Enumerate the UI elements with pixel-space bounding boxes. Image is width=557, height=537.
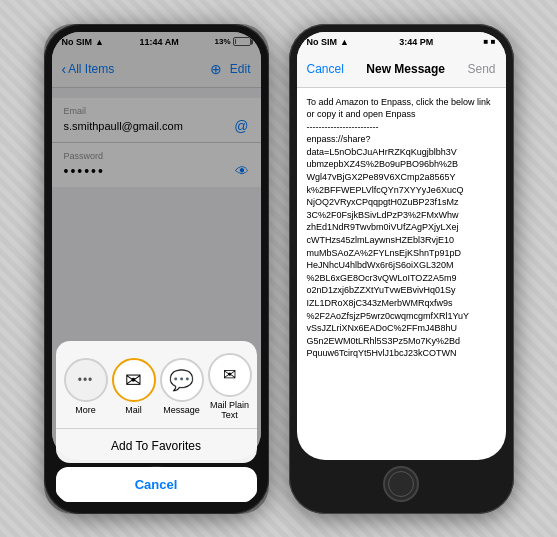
phone-1: No SIM ▲ 11:44 AM 13% ‹ All Items ⊕ Edi [44,24,269,514]
mail-label: Mail [125,405,142,415]
mail-plain-icon: ✉ [223,365,236,384]
time-2: 3:44 PM [399,37,433,47]
send-button[interactable]: Send [467,62,495,76]
phone-2-screen: No SIM ▲ 3:44 PM ■ ■ Cancel New Message … [297,32,506,460]
message-nav: Cancel New Message Send [297,52,506,88]
new-message-title: New Message [366,62,445,76]
more-icon: ••• [78,373,94,387]
message-label: Message [163,405,200,415]
wifi-icon-2: ▲ [340,37,349,47]
mail-icon-circle: ✉ [112,358,156,402]
share-item-mail[interactable]: ✉ Mail [112,358,156,415]
message-icon-circle: 💬 [160,358,204,402]
message-icon: 💬 [169,368,194,392]
share-item-message[interactable]: 💬 Message [160,358,204,415]
status-bar-2: No SIM ▲ 3:44 PM ■ ■ [297,32,506,52]
mail-plain-label: Mail PlainText [210,400,249,420]
phone-2: No SIM ▲ 3:44 PM ■ ■ Cancel New Message … [289,24,514,514]
add-favorites-button[interactable]: Add To Favorites [56,428,257,460]
cancel-button-2[interactable]: Cancel [307,62,344,76]
share-icons-row: ••• More ✉ Mail 💬 [56,341,257,428]
mail-plain-icon-circle: ✉ [208,353,252,397]
message-text: To add Amazon to Enpass, click the below… [307,97,491,359]
share-sheet-card: ••• More ✉ Mail 💬 [56,341,257,460]
mail-icon: ✉ [125,368,142,392]
share-item-more[interactable]: ••• More [64,358,108,415]
home-button-inner-2 [388,471,414,497]
battery-2: ■ ■ [484,37,496,46]
home-button-2[interactable] [383,466,419,502]
carrier-2: No SIM [307,37,338,47]
share-item-mail-plain[interactable]: ✉ Mail PlainText [208,353,252,420]
phone-1-screen: No SIM ▲ 11:44 AM 13% ‹ All Items ⊕ Edi [52,32,261,460]
more-icon-circle: ••• [64,358,108,402]
more-label: More [75,405,96,415]
share-sheet: ••• More ✉ Mail 💬 [52,341,261,460]
message-body: To add Amazon to Enpass, click the below… [297,88,506,460]
